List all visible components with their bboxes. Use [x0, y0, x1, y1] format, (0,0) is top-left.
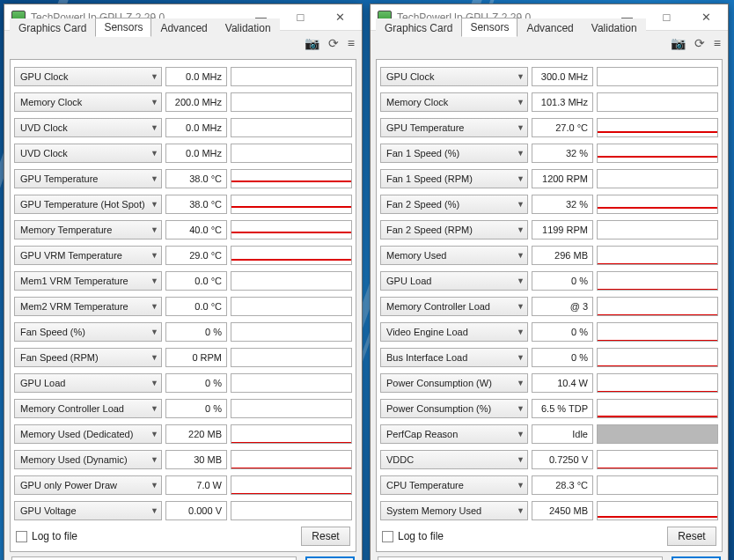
close-button[interactable]: Close	[672, 556, 721, 560]
maximize-button[interactable]: □	[647, 5, 686, 30]
sensor-graph[interactable]	[597, 501, 718, 520]
sensor-label-dropdown[interactable]: Memory Clock▼	[380, 92, 528, 112]
sensor-label-dropdown[interactable]: System Memory Used▼	[380, 501, 528, 520]
sensor-value[interactable]: 0 RPM	[165, 348, 227, 367]
sensor-value[interactable]: 29.0 °C	[165, 246, 227, 265]
sensor-graph[interactable]	[231, 475, 352, 495]
sensor-label-dropdown[interactable]: Fan Speed (RPM)▼	[14, 348, 162, 367]
sensor-value[interactable]: 0 %	[532, 348, 593, 367]
sensor-value[interactable]: 7.0 W	[165, 475, 227, 495]
sensor-value[interactable]: 0 %	[532, 271, 593, 291]
sensor-label-dropdown[interactable]: Memory Used▼	[380, 246, 528, 265]
sensor-graph[interactable]	[231, 271, 352, 291]
sensor-value[interactable]: 0 %	[165, 373, 227, 393]
sensor-graph[interactable]	[231, 399, 352, 418]
sensor-graph[interactable]	[231, 67, 352, 86]
maximize-button[interactable]: □	[281, 5, 320, 30]
sensor-graph[interactable]	[597, 169, 718, 188]
sensor-graph[interactable]	[231, 297, 352, 316]
sensor-graph[interactable]	[231, 424, 352, 444]
sensor-label-dropdown[interactable]: GPU Clock▼	[380, 67, 528, 86]
sensor-label-dropdown[interactable]: Fan Speed (%)▼	[14, 322, 162, 342]
sensor-value[interactable]: 30 MB	[165, 450, 227, 469]
sensor-label-dropdown[interactable]: GPU Temperature (Hot Spot)▼	[14, 195, 162, 214]
sensor-graph[interactable]	[231, 169, 352, 188]
sensor-graph[interactable]	[231, 195, 352, 214]
sensor-value[interactable]: 220 MB	[165, 424, 227, 444]
screenshot-icon[interactable]: 📷	[671, 36, 686, 50]
log-to-file-checkbox[interactable]: Log to file	[382, 530, 444, 542]
sensor-value[interactable]: @ 3	[532, 297, 593, 316]
refresh-icon[interactable]: ⟳	[328, 36, 339, 50]
sensor-graph[interactable]	[597, 373, 718, 393]
sensor-value[interactable]: 6.5 % TDP	[532, 399, 593, 418]
sensor-label-dropdown[interactable]: Memory Used (Dedicated)▼	[14, 424, 162, 444]
sensor-graph[interactable]	[597, 271, 718, 291]
sensor-value[interactable]: 101.3 MHz	[532, 92, 593, 112]
close-button[interactable]: Close	[305, 556, 355, 560]
sensor-graph[interactable]	[597, 220, 718, 239]
sensor-label-dropdown[interactable]: PerfCap Reason▼	[380, 424, 528, 444]
sensor-graph[interactable]	[597, 348, 718, 367]
sensor-label-dropdown[interactable]: Memory Controller Load▼	[380, 297, 528, 316]
tab-validation[interactable]: Validation	[217, 18, 280, 37]
sensor-label-dropdown[interactable]: Mem1 VRM Temperature▼	[14, 271, 162, 291]
sensor-graph[interactable]	[231, 92, 352, 112]
sensor-graph[interactable]	[231, 450, 352, 469]
sensor-label-dropdown[interactable]: VDDC▼	[380, 450, 528, 469]
sensor-graph[interactable]	[597, 424, 718, 444]
sensor-graph[interactable]	[597, 144, 718, 163]
sensor-value[interactable]: 32 %	[532, 195, 593, 214]
sensor-value[interactable]: 0.000 V	[165, 501, 227, 520]
sensor-value[interactable]: 200.0 MHz	[165, 92, 227, 112]
sensor-graph[interactable]	[597, 450, 718, 469]
sensor-value[interactable]: 28.3 °C	[532, 475, 593, 495]
reset-button[interactable]: Reset	[301, 527, 350, 546]
sensor-label-dropdown[interactable]: Power Consumption (%)▼	[380, 399, 528, 418]
sensor-label-dropdown[interactable]: GPU VRM Temperature▼	[14, 246, 162, 265]
sensor-value[interactable]: Idle	[532, 424, 593, 444]
sensor-graph[interactable]	[597, 475, 718, 495]
sensor-graph[interactable]	[231, 118, 352, 137]
sensor-value[interactable]: 32 %	[532, 144, 593, 163]
sensor-graph[interactable]	[597, 246, 718, 265]
sensor-value[interactable]: 38.0 °C	[165, 169, 227, 188]
sensor-label-dropdown[interactable]: UVD Clock▼	[14, 144, 162, 163]
sensor-graph[interactable]	[231, 501, 352, 520]
sensor-value[interactable]: 0.0 °C	[165, 271, 227, 291]
window-close-button[interactable]: ✕	[686, 5, 726, 30]
sensor-graph[interactable]	[597, 118, 718, 137]
sensor-label-dropdown[interactable]: UVD Clock▼	[14, 118, 162, 137]
sensor-value[interactable]: 0.0 MHz	[165, 118, 227, 137]
sensor-label-dropdown[interactable]: Power Consumption (W)▼	[380, 373, 528, 393]
tab-sensors[interactable]: Sensors	[95, 18, 151, 37]
sensor-value[interactable]: 0 %	[532, 322, 593, 342]
sensor-value[interactable]: 38.0 °C	[165, 195, 227, 214]
reset-button[interactable]: Reset	[667, 527, 716, 546]
sensor-label-dropdown[interactable]: Memory Clock▼	[14, 92, 162, 112]
sensor-label-dropdown[interactable]: GPU Load▼	[380, 271, 528, 291]
tab-advanced[interactable]: Advanced	[517, 18, 582, 37]
sensor-graph[interactable]	[597, 322, 718, 342]
sensor-value[interactable]: 10.4 W	[532, 373, 593, 393]
sensor-graph[interactable]	[597, 92, 718, 112]
tab-graphics-card[interactable]: Graphics Card	[10, 18, 95, 37]
sensor-value[interactable]: 296 MB	[532, 246, 593, 265]
sensor-value[interactable]: 27.0 °C	[532, 118, 593, 137]
sensor-label-dropdown[interactable]: Memory Temperature▼	[14, 220, 162, 239]
sensor-graph[interactable]	[597, 67, 718, 86]
tab-graphics-card[interactable]: Graphics Card	[376, 18, 461, 37]
sensor-value[interactable]: 0.0 MHz	[165, 67, 227, 86]
log-to-file-checkbox[interactable]: Log to file	[16, 530, 77, 542]
refresh-icon[interactable]: ⟳	[694, 36, 705, 50]
sensor-graph[interactable]	[231, 144, 352, 163]
sensor-graph[interactable]	[597, 297, 718, 316]
sensor-label-dropdown[interactable]: GPU Clock▼	[14, 67, 162, 86]
sensor-graph[interactable]	[231, 322, 352, 342]
sensor-graph[interactable]	[597, 399, 718, 418]
sensor-value[interactable]: 0 %	[165, 399, 227, 418]
sensor-label-dropdown[interactable]: Video Engine Load▼	[380, 322, 528, 342]
sensor-label-dropdown[interactable]: GPU Temperature▼	[14, 169, 162, 188]
sensor-value[interactable]: 0.7250 V	[532, 450, 593, 469]
sensor-label-dropdown[interactable]: Bus Interface Load▼	[380, 348, 528, 367]
